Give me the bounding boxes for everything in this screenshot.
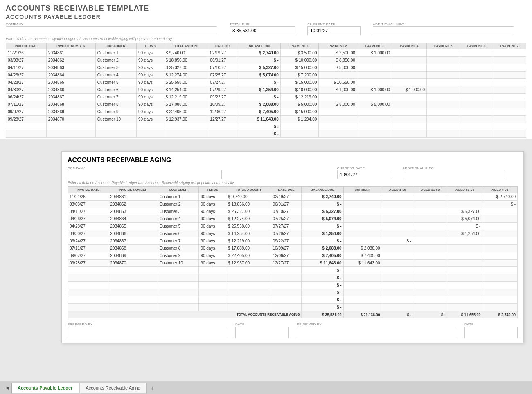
table-cell: $ -	[302, 282, 343, 289]
table-cell	[392, 94, 427, 101]
table-cell	[447, 193, 482, 201]
table-cell	[413, 289, 447, 296]
table-row[interactable]: 03/03/272034862Customer 290 days$ 18,856…	[68, 201, 518, 208]
table-row[interactable]: 07/11/272034868Customer 890 days$ 17,088…	[6, 101, 526, 108]
table-cell	[460, 94, 493, 101]
table-cell	[382, 282, 413, 289]
table-row[interactable]: 09/07/272034869Customer 990 days$ 22,405…	[6, 108, 526, 116]
table-cell	[392, 79, 427, 86]
reviewed-date-line[interactable]	[464, 327, 518, 338]
table-cell	[343, 237, 382, 245]
table-row[interactable]: 04/30/272034866Customer 690 days$ 14,254…	[68, 230, 518, 237]
table-cell	[482, 230, 518, 237]
tab-accounts-payable[interactable]: Accounts Payable Ledger	[11, 383, 79, 393]
company-value-box[interactable]	[6, 26, 217, 35]
table-cell: $ 1,254.00	[302, 230, 343, 237]
table-cell: 90 days	[137, 57, 164, 64]
table-cell: $ 9,740.00	[226, 193, 271, 201]
table-cell	[447, 252, 482, 260]
table-row[interactable]: 11/21/262034861Customer 190 days$ 9,740.…	[6, 49, 526, 57]
table-row[interactable]: 03/03/272034862Customer 290 days$ 18,856…	[6, 57, 526, 64]
table-cell	[493, 108, 526, 116]
table-cell	[460, 116, 493, 123]
table-cell	[427, 108, 460, 116]
table-cell	[95, 130, 136, 138]
fg-col-date-due: DATE DUE	[271, 187, 302, 193]
table-row[interactable]: $ -	[68, 296, 518, 304]
table-cell: $ 12,219.00	[164, 94, 208, 101]
table-row[interactable]: 06/24/272034867Customer 790 days$ 12,219…	[68, 237, 518, 245]
fg-header-row: COMPANY CURRENT DATE 10/01/27 ADDITIONAL…	[68, 166, 518, 179]
table-cell	[460, 101, 493, 108]
table-cell: $ 12,219.00	[226, 237, 271, 245]
reviewed-by-block: REVIEWED BY	[297, 322, 456, 338]
table-cell	[427, 57, 460, 64]
table-cell	[392, 108, 427, 116]
table-row[interactable]: 04/26/272034864Customer 490 days$ 12,274…	[68, 215, 518, 223]
table-row[interactable]: 04/26/272034864Customer 490 days$ 12,274…	[6, 72, 526, 79]
table-cell: $ 1,294.00	[280, 116, 319, 123]
additional-info-box[interactable]	[373, 26, 514, 35]
table-row[interactable]: 09/28/272034870Customer 1090 days$ 12,93…	[68, 260, 518, 267]
table-row[interactable]: 04/11/272034863Customer 390 days$ 25,327…	[68, 208, 518, 215]
table-cell: 90 days	[137, 108, 164, 116]
table-cell	[68, 282, 108, 289]
table-row[interactable]: 09/07/272034869Customer 990 days$ 22,405…	[68, 252, 518, 260]
table-cell	[208, 130, 239, 138]
table-cell: Customer 9	[158, 252, 199, 260]
table-row[interactable]: $ -	[6, 130, 526, 138]
table-row[interactable]: 09/28/272034870Customer 1090 days$ 12,93…	[6, 116, 526, 123]
table-cell	[493, 86, 526, 94]
table-row[interactable]: $ -	[68, 282, 518, 289]
table-row[interactable]: $ -	[68, 289, 518, 296]
table-cell	[482, 245, 518, 252]
table-cell: 07/27/27	[271, 223, 302, 230]
table-row[interactable]: 07/11/272034868Customer 890 days$ 17,088…	[68, 245, 518, 252]
fg-total-current: $ 21,136.00	[343, 311, 382, 318]
table-cell	[447, 282, 482, 289]
table-cell: Customer 2	[158, 201, 199, 208]
sub-title: ACCOUNTS PAYABLE LEDGER	[6, 13, 526, 20]
bg-header-row: COMPANY TOTAL DUE $ 35,531.00 CURRENT DA…	[6, 22, 526, 35]
prepared-date-line[interactable]	[235, 327, 289, 338]
table-row[interactable]: 11/21/262034861Customer 190 days$ 9,740.…	[68, 193, 518, 201]
table-cell: 09/28/27	[68, 260, 108, 267]
reviewed-by-line[interactable]	[297, 327, 456, 338]
table-cell: 90 days	[199, 208, 226, 215]
prepared-date-label: DATE	[235, 322, 289, 326]
table-cell	[460, 130, 493, 138]
fg-additional-info-box[interactable]	[403, 170, 505, 179]
table-row[interactable]: 04/28/272034865Customer 590 days$ 25,558…	[6, 79, 526, 86]
table-cell: $ 15,000.00	[280, 79, 319, 86]
tab-bar: ◀ Accounts Payable Ledger Accounts Recei…	[0, 381, 532, 394]
table-cell: $ 18,856.00	[164, 57, 208, 64]
table-cell: 2034870	[108, 260, 158, 267]
tab-accounts-receivable[interactable]: Accounts Receivable Aging	[80, 383, 147, 393]
table-cell: 09/07/27	[6, 108, 47, 116]
table-cell	[382, 230, 413, 237]
table-cell	[447, 289, 482, 296]
table-row[interactable]: 04/11/272034863Customer 390 days$ 25,327…	[6, 64, 526, 72]
table-row[interactable]: 04/28/272034865Customer 590 days$ 25,558…	[68, 223, 518, 230]
table-row[interactable]: 06/24/272034867Customer 790 days$ 12,219…	[6, 94, 526, 101]
table-row[interactable]: $ -	[68, 274, 518, 282]
table-cell	[413, 252, 447, 260]
fg-col-aged-61-90: AGED 61-90	[447, 187, 482, 193]
table-row[interactable]: 04/30/272034866Customer 690 days$ 14,254…	[6, 86, 526, 94]
prepared-by-line[interactable]	[68, 327, 227, 338]
table-row[interactable]: $ -	[68, 304, 518, 311]
table-cell	[493, 49, 526, 57]
table-row[interactable]: $ -	[68, 267, 518, 274]
tab-scroll-left[interactable]: ◀	[4, 385, 11, 391]
tab-add-button[interactable]: +	[147, 383, 157, 393]
table-cell: $ 14,254.00	[164, 86, 208, 94]
table-cell	[164, 130, 208, 138]
table-cell: 02/19/27	[271, 193, 302, 201]
table-row[interactable]: $ -	[6, 123, 526, 130]
table-cell: 90 days	[199, 252, 226, 260]
table-cell: 10/09/27	[271, 245, 302, 252]
fg-company-value-box[interactable]	[68, 170, 222, 179]
fg-total-label: TOTAL ACCOUNTS RECEIVABLE AGING	[68, 311, 302, 318]
table-cell: $ 5,000.00	[319, 101, 357, 108]
table-cell	[199, 296, 226, 304]
